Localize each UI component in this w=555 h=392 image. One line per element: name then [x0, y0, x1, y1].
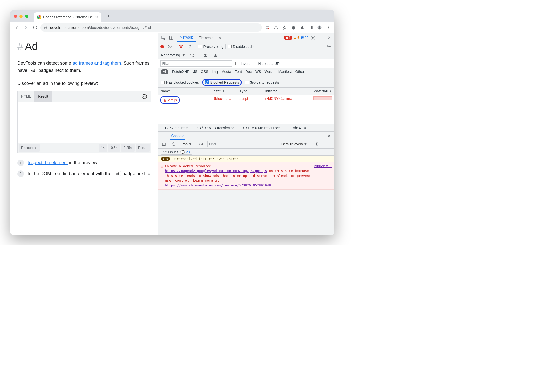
table-row[interactable]: gpt.js (blocked… script rNdGNYx?anima… [158, 95, 334, 105]
back-button[interactable] [13, 24, 20, 31]
link-ad-frames[interactable]: ad frames and tag them [73, 60, 121, 66]
col-initiator[interactable]: Initiator [263, 88, 311, 95]
tab-elements[interactable]: Elements [196, 34, 216, 42]
col-name[interactable]: Name [158, 88, 212, 95]
chip-img[interactable]: Img [212, 70, 218, 74]
clear-icon[interactable] [166, 43, 173, 50]
chip-font[interactable]: Font [235, 70, 242, 74]
device-mode-icon[interactable] [167, 34, 175, 41]
bookmark-icon[interactable] [281, 24, 288, 31]
new-tab-button[interactable]: + [105, 12, 113, 20]
preview-tab-html[interactable]: HTML [18, 91, 34, 102]
console-menu-icon[interactable]: ⋮ [160, 132, 167, 140]
network-conditions-icon[interactable] [188, 52, 196, 59]
warnings-badge[interactable]: ▲ 6 [293, 36, 299, 40]
tab-console[interactable]: Console [170, 132, 185, 140]
tabs-overflow-icon[interactable]: ⌄ [328, 14, 331, 18]
console-warning[interactable]: ▸ 5 Unrecognized feature: 'web-share'. [158, 156, 334, 162]
third-party-checkbox[interactable]: 3rd-party requests [245, 80, 279, 84]
issues-label[interactable]: 23 Issues: 💬 23 [161, 150, 192, 155]
network-settings-icon[interactable] [325, 43, 332, 50]
forward-button[interactable] [22, 24, 30, 31]
console-filter-input[interactable]: Filter [207, 141, 279, 147]
levels-dropdown[interactable]: Default levels ▼ [281, 142, 307, 146]
messages-badge[interactable]: 23 [300, 36, 308, 40]
filter-icon[interactable] [177, 43, 185, 50]
settings-icon[interactable] [309, 34, 317, 41]
col-status[interactable]: Status [212, 88, 237, 95]
error-learn-more-url[interactable]: https://www.chromestatus.com/feature/573… [165, 183, 271, 187]
context-dropdown[interactable]: top ▼ [183, 142, 192, 146]
inspect-icon[interactable] [160, 34, 167, 41]
console-body: ▸ 5 Unrecognized feature: 'web-share'. ⊗… [158, 156, 334, 195]
svg-point-7 [319, 26, 320, 28]
upload-har-icon[interactable] [202, 52, 209, 59]
record-button[interactable] [160, 45, 164, 48]
sidepanel-icon[interactable] [307, 24, 315, 31]
error-blocked-url[interactable]: https://pagead2.googlesyndication.com/ta… [165, 169, 267, 173]
preserve-log-checkbox[interactable]: Preserve log [198, 45, 223, 49]
console-sidebar-icon[interactable] [160, 141, 167, 148]
page-heading: #Ad [17, 38, 151, 55]
chip-fetch-xhr[interactable]: Fetch/XHR [172, 70, 189, 74]
tab-network[interactable]: Network [177, 33, 195, 42]
extensions-icon[interactable] [289, 24, 297, 31]
minimize-window-button[interactable] [19, 15, 23, 18]
chip-css[interactable]: CSS [201, 70, 208, 74]
throttling-row: No throttling ▼ [158, 51, 334, 59]
step-1: Inspect the element in the preview. [17, 159, 151, 166]
share-icon[interactable] [272, 24, 280, 31]
live-expression-icon[interactable] [198, 141, 205, 148]
more-icon[interactable]: ⋮ [318, 34, 325, 41]
browser-tab[interactable]: Badges reference - Chrome De ✕ [34, 12, 101, 22]
tab-title: Badges reference - Chrome De [43, 15, 93, 19]
filter-input[interactable]: Filter [160, 60, 232, 67]
preview-tab-result[interactable]: Result [34, 91, 52, 102]
chip-media[interactable]: Media [221, 70, 231, 74]
close-window-button[interactable] [14, 15, 17, 18]
codepen-icon[interactable] [138, 91, 151, 102]
row-initiator[interactable]: rNdGNYx?anima… [263, 95, 311, 105]
profile-icon[interactable] [316, 24, 323, 31]
tabs-more-icon[interactable]: » [216, 34, 224, 41]
preview-zoom-025x[interactable]: 0.25× [121, 144, 135, 152]
preview-resources-button[interactable]: Resources [19, 144, 40, 152]
maximize-window-button[interactable] [25, 15, 28, 18]
labs-icon[interactable] [298, 24, 306, 31]
blocked-requests-checkbox[interactable]: Blocked Requests [202, 79, 242, 86]
col-type[interactable]: Type [237, 88, 263, 95]
error-source-link[interactable]: rNdGNYx:1 [314, 164, 332, 188]
chip-js[interactable]: JS [193, 70, 197, 74]
invert-checkbox[interactable]: Invert [235, 62, 249, 66]
close-drawer-icon[interactable]: ✕ [325, 132, 332, 140]
steps-list: Inspect the element in the preview. In t… [17, 159, 151, 185]
reload-button[interactable] [31, 24, 39, 31]
col-waterfall[interactable]: Waterfall▲ [311, 88, 334, 95]
close-devtools-icon[interactable]: ✕ [326, 34, 333, 41]
install-icon[interactable] [263, 24, 271, 31]
console-error[interactable]: ⊗ Chrome blocked resource https://pagead… [158, 162, 334, 190]
preview-zoom-1x[interactable]: 1× [99, 144, 107, 152]
errors-badge[interactable]: ✖ 1 [284, 36, 293, 40]
url-field[interactable]: developer.chrome.com/docs/devtools/eleme… [40, 23, 262, 32]
blocked-cookies-checkbox[interactable]: Has blocked cookies [161, 80, 199, 84]
chip-doc[interactable]: Doc [245, 70, 252, 74]
chip-wasm[interactable]: Wasm [265, 70, 275, 74]
link-inspect-element[interactable]: Inspect the element [28, 160, 68, 165]
console-prompt[interactable]: › [158, 190, 334, 195]
console-settings-icon[interactable] [312, 141, 320, 148]
chip-manifest[interactable]: Manifest [278, 70, 292, 74]
search-icon[interactable] [187, 43, 194, 50]
preview-zoom-05x[interactable]: 0.5× [108, 144, 120, 152]
preview-rerun-button[interactable]: Rerun [136, 144, 150, 152]
hide-data-urls-checkbox[interactable]: Hide data URLs [253, 62, 283, 66]
throttling-dropdown[interactable]: No throttling ▼ [161, 53, 185, 57]
chip-ws[interactable]: WS [255, 70, 261, 74]
chip-all[interactable]: All [161, 69, 168, 74]
download-har-icon[interactable] [212, 52, 219, 59]
disable-cache-checkbox[interactable]: Disable cache [228, 45, 255, 49]
clear-console-icon[interactable] [170, 141, 177, 148]
chip-other[interactable]: Other [295, 70, 304, 74]
close-tab-icon[interactable]: ✕ [95, 15, 98, 19]
menu-icon[interactable] [324, 24, 332, 31]
